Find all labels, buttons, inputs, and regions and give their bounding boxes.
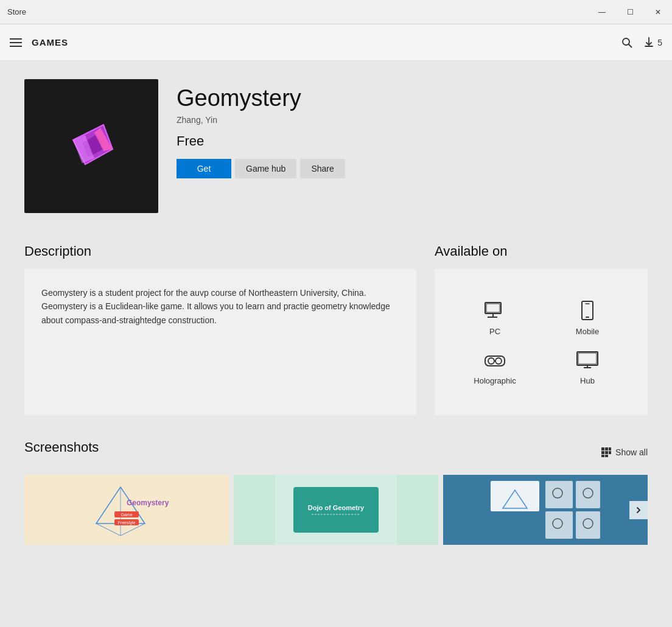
get-button[interactable]: Get: [177, 159, 231, 178]
navbar-right: 5: [621, 37, 662, 49]
window-controls: — ☐ ✕: [588, 0, 672, 24]
svg-line-1: [629, 44, 632, 47]
main-content: Geomystery Zhang, Yin Free Get Game hub …: [0, 61, 672, 627]
svg-rect-25: [601, 451, 604, 454]
svg-rect-30: [66, 475, 187, 545]
platform-holographic: Holographic: [452, 348, 538, 385]
svg-text:Freestyle: Freestyle: [118, 520, 136, 525]
svg-rect-48: [576, 511, 600, 539]
svg-point-15: [488, 358, 494, 364]
navbar-left: GAMES: [10, 37, 68, 47]
app-price: Free: [177, 133, 648, 149]
svg-point-16: [495, 358, 502, 364]
details-section: Description Geomystery is a student proj…: [24, 243, 648, 415]
download-icon: [643, 37, 655, 49]
app-title: Store: [7, 7, 26, 16]
app-name: Geomystery: [177, 85, 648, 111]
section-title: GAMES: [32, 37, 68, 47]
svg-rect-44: [491, 481, 539, 511]
available-on-heading: Available on: [435, 243, 648, 259]
platform-pc: PC: [452, 299, 538, 336]
svg-rect-10: [486, 304, 500, 312]
description-section: Description Geomystery is a student proj…: [24, 243, 416, 415]
hub-icon: [575, 348, 600, 373]
action-buttons: Get Game hub Share: [177, 159, 648, 178]
maximize-button[interactable]: ☐: [616, 0, 644, 24]
description-box: Geomystery is a student project for the …: [24, 269, 416, 415]
minimize-button[interactable]: —: [588, 0, 616, 24]
svg-rect-29: [605, 455, 608, 457]
available-on-box: PC Mobile: [435, 269, 648, 415]
mobile-label: Mobile: [576, 327, 599, 336]
app-logo-svg: [55, 116, 128, 177]
titlebar: Store — ☐ ✕: [0, 0, 672, 24]
search-button[interactable]: [621, 37, 633, 49]
svg-text:Dojo of Geometry: Dojo of Geometry: [308, 504, 365, 511]
app-author: Zhang, Yin: [177, 115, 648, 125]
svg-rect-47: [545, 511, 573, 539]
screenshot-3[interactable]: [443, 475, 648, 545]
svg-rect-28: [601, 455, 604, 457]
hub-label: Hub: [580, 376, 595, 385]
svg-rect-19: [578, 353, 597, 364]
hamburger-menu-icon[interactable]: [10, 38, 22, 47]
show-all-button[interactable]: Show all: [601, 447, 648, 458]
svg-rect-27: [609, 451, 611, 454]
svg-rect-22: [601, 447, 604, 450]
svg-text:Geomystery: Geomystery: [127, 499, 169, 507]
pc-label: PC: [489, 327, 500, 336]
download-count: 5: [657, 38, 662, 47]
svg-rect-24: [609, 447, 611, 450]
show-all-label: Show all: [615, 447, 648, 457]
screenshot-2-img: Dojo of Geometry: [234, 475, 438, 545]
platform-mobile: Mobile: [544, 299, 631, 336]
gamehub-button[interactable]: Game hub: [235, 159, 296, 178]
platforms-grid: PC Mobile: [452, 299, 631, 385]
screenshot-3-img: [443, 475, 648, 545]
screenshots-header: Screenshots Show all: [24, 440, 648, 465]
navbar: GAMES 5: [0, 24, 672, 61]
screenshots-section: Screenshots Show all: [24, 440, 648, 545]
screenshots-heading: Screenshots: [24, 440, 99, 455]
platform-hub: Hub: [544, 348, 631, 385]
svg-point-0: [623, 38, 629, 45]
downloads-button[interactable]: 5: [643, 37, 662, 49]
screenshots-next-button[interactable]: [629, 501, 648, 519]
pc-icon: [483, 299, 507, 323]
holographic-icon: [483, 348, 507, 373]
mobile-icon: [575, 299, 600, 323]
close-button[interactable]: ✕: [644, 0, 672, 24]
app-info: Geomystery Zhang, Yin Free Get Game hub …: [177, 79, 648, 178]
app-hero-section: Geomystery Zhang, Yin Free Get Game hub …: [24, 79, 648, 213]
screenshot-1[interactable]: Geomystery Game Freestyle: [24, 475, 229, 545]
svg-rect-7: [485, 303, 501, 314]
app-icon: [24, 79, 158, 213]
description-text: Geomystery is a student project for the …: [41, 286, 399, 327]
svg-rect-45: [545, 481, 573, 508]
chevron-right-icon: [635, 506, 642, 514]
svg-text:Game: Game: [121, 513, 132, 517]
svg-rect-18: [577, 352, 598, 365]
svg-rect-23: [605, 447, 608, 450]
available-on-section: Available on PC: [435, 243, 648, 415]
screenshot-1-img: Geomystery Game Freestyle: [24, 475, 229, 545]
description-heading: Description: [24, 243, 416, 259]
holographic-label: Holographic: [474, 376, 516, 385]
share-button[interactable]: Share: [300, 159, 345, 178]
svg-rect-46: [576, 481, 600, 508]
screenshot-2[interactable]: Dojo of Geometry: [234, 475, 438, 545]
screenshots-row: Geomystery Game Freestyle Dojo of Geomet…: [24, 475, 648, 545]
svg-rect-26: [605, 451, 608, 454]
grid-icon: [601, 447, 612, 458]
search-icon: [621, 37, 633, 49]
